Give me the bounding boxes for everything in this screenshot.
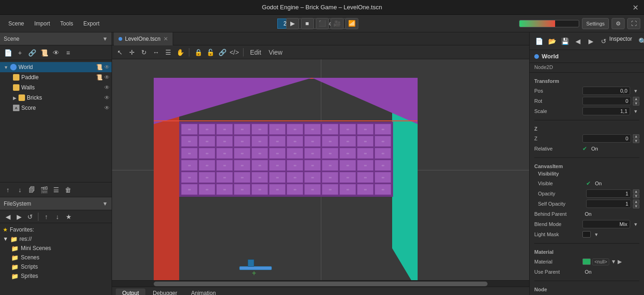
self-opacity-down-btn[interactable]: ▼ — [633, 204, 639, 208]
tab-output[interactable]: Output — [116, 289, 145, 295]
opacity-up-btn[interactable]: ▲ — [633, 189, 639, 194]
move-down-btn[interactable]: ↓ — [15, 185, 25, 195]
pause-button[interactable]: ⬛ — [316, 18, 329, 29]
tool-hand[interactable]: ✋ — [175, 47, 185, 57]
inspector-next-btn[interactable]: ▶ — [585, 36, 596, 47]
tool-link[interactable]: 🔗 — [217, 47, 227, 57]
opacity-stepper[interactable]: ▲ ▼ — [633, 189, 639, 198]
scene-more-btn[interactable]: ≡ — [63, 48, 73, 58]
tree-item-paddle[interactable]: Paddle 📜 👁 — [0, 72, 112, 82]
behind-parent-value[interactable]: On — [582, 211, 639, 217]
fs-item-sprites[interactable]: 📁 Sprites — [0, 271, 112, 281]
scene-script-btn[interactable]: 📜 — [39, 48, 49, 58]
inspector-prev-btn[interactable]: ◀ — [572, 36, 583, 47]
rot-up-btn[interactable]: ▲ — [633, 97, 639, 101]
z-stepper[interactable]: ▲ ▼ — [633, 134, 639, 143]
stop-button[interactable]: ■ — [301, 18, 314, 29]
scene-add-btn[interactable]: + — [15, 48, 25, 58]
use-parent-value[interactable]: On — [582, 269, 639, 275]
fs-refresh-btn[interactable]: ↺ — [25, 212, 35, 222]
tool-select[interactable]: ↖ — [115, 47, 125, 57]
scale-value[interactable]: 1,1 — [582, 107, 630, 115]
inspector-open-btn[interactable]: 📂 — [546, 36, 557, 47]
canvas-container[interactable]: Score: ∞ ∞ ∞ ∞ ∞ ∞ ∞ ∞ ∞ ∞ ∞ ∞ ∞ — [112, 59, 529, 280]
tree-item-bricks[interactable]: ▶ Bricks 👁 — [0, 93, 112, 103]
fs-back-btn[interactable]: ◀ — [3, 212, 13, 222]
fs-forward-btn[interactable]: ▶ — [14, 212, 24, 222]
canvas-tab[interactable]: LevelOne.tscn ✕ — [114, 32, 173, 45]
tool-move[interactable]: ✛ — [127, 47, 137, 57]
fs-favorites[interactable]: ★ Favorites: — [0, 225, 112, 234]
settings-icon-btn[interactable]: ⚙ — [612, 18, 625, 29]
tree-item-score[interactable]: A Score 👁 — [0, 103, 112, 113]
delete-btn[interactable]: 🎬 — [39, 185, 49, 195]
blend-mode-dropdown[interactable]: ▼ — [632, 222, 639, 227]
tool-rotate[interactable]: ↻ — [139, 47, 149, 57]
fs-item-scripts[interactable]: 📁 Scripts — [0, 262, 112, 271]
world-script-btn[interactable]: 📜 — [96, 64, 103, 70]
fs-item-mini-scenes[interactable]: 📁 Mini Scenes — [0, 244, 112, 253]
menu-tools[interactable]: Tools — [56, 19, 78, 28]
inspector-save-btn[interactable]: 💾 — [559, 36, 570, 47]
score-eye-btn[interactable]: 👁 — [104, 105, 110, 111]
fs-down-btn[interactable]: ↓ — [52, 212, 63, 222]
scene-new-btn[interactable]: 📄 — [3, 48, 13, 58]
trash-btn[interactable]: 🗑 — [63, 185, 73, 195]
camera-button[interactable]: 🎥 — [331, 18, 344, 29]
tool-lock[interactable]: 🔒 — [193, 47, 203, 57]
scene-panel-arrow[interactable]: ▼ — [102, 36, 108, 42]
inspector-new-btn[interactable]: 📄 — [533, 36, 544, 47]
fs-item-scenes[interactable]: 📁 Scenes — [0, 253, 112, 262]
tab-close-btn[interactable]: ✕ — [163, 36, 168, 42]
rot-down-btn[interactable]: ▼ — [633, 101, 639, 106]
tool-scale[interactable]: ↔ — [151, 47, 161, 57]
z-down-btn[interactable]: ▼ — [633, 139, 639, 143]
menu-scene[interactable]: Scene — [4, 19, 29, 28]
material-dropdown[interactable]: ▼ — [611, 258, 616, 265]
walls-eye-btn[interactable]: 👁 — [104, 84, 110, 91]
pos-dropdown[interactable]: ▼ — [632, 88, 639, 94]
settings-button[interactable]: Settings — [582, 18, 609, 29]
bricks-eye-btn[interactable]: 👁 — [104, 94, 110, 101]
view-btn[interactable]: View — [266, 47, 285, 57]
tool-list[interactable]: ☰ — [163, 47, 173, 57]
network-button[interactable]: 📶 — [345, 18, 358, 29]
tab-debugger[interactable]: Debugger — [146, 289, 184, 295]
blend-mode-value[interactable]: Mix — [582, 220, 630, 228]
filter-btn[interactable]: ☰ — [51, 185, 61, 195]
scrollbar-thumb[interactable] — [154, 282, 488, 286]
opacity-down-btn[interactable]: ▼ — [633, 194, 639, 198]
tool-unlock[interactable]: 🔓 — [205, 47, 215, 57]
material-arrow-right[interactable]: ▶ — [618, 258, 622, 265]
self-opacity-stepper[interactable]: ▲ ▼ — [633, 200, 639, 208]
scene-instance-btn[interactable]: 🔗 — [27, 48, 37, 58]
light-mask-dropdown[interactable]: ▼ — [593, 232, 600, 237]
relative-value[interactable]: On — [589, 146, 639, 151]
tree-item-walls[interactable]: Walls 👁 — [0, 82, 112, 93]
rot-value[interactable]: 0 — [582, 97, 631, 105]
duplicate-btn[interactable]: 🗐 — [27, 185, 37, 195]
paddle-eye-btn[interactable]: 👁 — [104, 74, 110, 81]
z-value[interactable]: 0 — [582, 134, 631, 143]
paddle-script-btn[interactable]: 📜 — [96, 74, 103, 81]
pos-value[interactable]: 0,0 — [582, 87, 630, 95]
menu-import[interactable]: Import — [30, 19, 55, 28]
self-opacity-up-btn[interactable]: ▲ — [633, 200, 639, 204]
inspector-search-btn[interactable]: 🔍 — [637, 36, 644, 47]
fs-res[interactable]: ▼ 📁 res:// — [0, 234, 112, 244]
z-up-btn[interactable]: ▲ — [633, 134, 639, 138]
scale-dropdown[interactable]: ▼ — [632, 109, 639, 114]
fs-star-btn[interactable]: ★ — [63, 212, 74, 222]
edit-btn[interactable]: Edit — [247, 47, 264, 57]
tab-animation[interactable]: Animation — [185, 289, 222, 295]
visible-value[interactable]: On — [593, 181, 639, 186]
light-mask-swatch[interactable] — [582, 231, 591, 238]
filesystem-arrow[interactable]: ▼ — [102, 201, 108, 207]
inspector-history-btn[interactable]: ↺ — [598, 36, 609, 47]
world-eye-btn[interactable]: 👁 — [104, 64, 110, 70]
opacity-value[interactable]: 1 — [586, 189, 631, 198]
horizontal-scrollbar[interactable] — [112, 280, 529, 287]
close-button[interactable]: ✕ — [632, 3, 638, 12]
tree-item-world[interactable]: ▼ World 📜 👁 — [0, 62, 112, 72]
maximize-btn[interactable]: ⛶ — [627, 18, 640, 29]
